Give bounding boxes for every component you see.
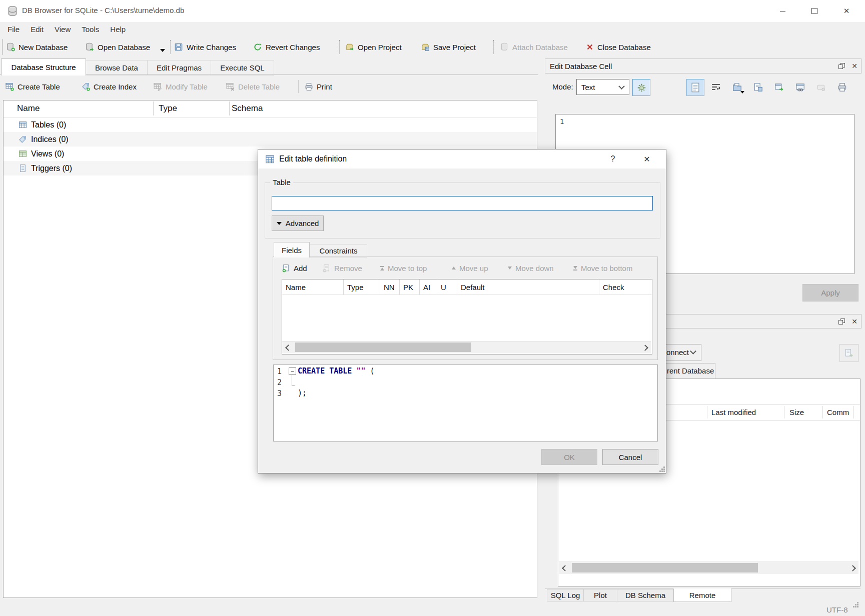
col-name[interactable]: Name: [282, 280, 344, 294]
save-project-button[interactable]: Save Project: [421, 38, 476, 56]
col-type[interactable]: Type: [344, 280, 380, 294]
revert-changes-button[interactable]: Revert Changes: [253, 38, 320, 56]
tab-execute-sql[interactable]: Execute SQL: [211, 60, 274, 76]
remote-list-hscrollbar[interactable]: [559, 562, 858, 574]
new-database-button[interactable]: New Database: [6, 38, 68, 56]
tab-remote[interactable]: Remote: [673, 588, 731, 602]
print-icon: [837, 82, 847, 92]
open-project-button[interactable]: Open Project: [345, 38, 402, 56]
fold-marker[interactable]: −: [289, 368, 296, 375]
write-changes-icon: [174, 42, 183, 52]
column-size[interactable]: Size: [789, 408, 804, 416]
col-pk[interactable]: PK: [400, 280, 420, 294]
print-button[interactable]: Print: [305, 78, 332, 94]
add-field-button[interactable]: Add: [282, 260, 307, 276]
fields-hscrollbar[interactable]: [282, 341, 651, 354]
close-panel-button[interactable]: ✕: [848, 60, 861, 72]
move-to-bottom-icon: [573, 266, 577, 270]
dialog-resize-grip[interactable]: [659, 466, 665, 472]
tree-item-indices[interactable]: Indices (0): [4, 132, 537, 146]
toolbar-handle[interactable]: [2, 40, 3, 54]
menu-file[interactable]: File: [2, 22, 25, 36]
tab-plot[interactable]: Plot: [583, 589, 617, 602]
open-database-button[interactable]: Open Database: [85, 38, 150, 56]
remove-field-button: Remove: [322, 260, 362, 276]
create-index-button[interactable]: Create Index: [82, 78, 137, 94]
tab-browse-data[interactable]: Browse Data: [86, 60, 148, 76]
print-cell-button[interactable]: [833, 79, 850, 95]
tab-db-schema[interactable]: DB Schema: [617, 589, 674, 602]
col-default[interactable]: Default: [457, 280, 599, 294]
close-database-button[interactable]: Close Database: [586, 38, 651, 56]
tab-constraints[interactable]: Constraints: [310, 244, 367, 258]
col-ai[interactable]: AI: [420, 280, 437, 294]
mode-combobox[interactable]: Text: [576, 79, 629, 95]
col-nn[interactable]: NN: [380, 280, 400, 294]
create-table-button[interactable]: Create Table: [6, 78, 60, 94]
export-file-button[interactable]: [749, 79, 766, 95]
close-panel-button[interactable]: ✕: [848, 316, 861, 327]
tree-item-tables[interactable]: Tables (0): [4, 118, 537, 132]
close-icon: ✕: [843, 6, 850, 16]
menu-view[interactable]: View: [49, 22, 76, 36]
scrollbar-thumb[interactable]: [572, 563, 758, 572]
close-icon: ✕: [851, 62, 857, 70]
table-group-label: Table: [270, 178, 293, 186]
write-changes-button[interactable]: Write Changes: [174, 38, 236, 56]
edit-table-definition-dialog: Edit table definition ? ✕ Table Advanced…: [258, 149, 666, 474]
import-file-button[interactable]: [728, 79, 745, 95]
tree-column-schema[interactable]: Schema: [232, 104, 263, 114]
tab-database-structure[interactable]: Database Structure: [1, 58, 86, 76]
apply-cell-button: Apply: [802, 284, 858, 302]
dialog-help-button[interactable]: ?: [605, 152, 620, 166]
word-wrap-button[interactable]: [707, 79, 724, 95]
tab-edit-pragmas[interactable]: Edit Pragmas: [147, 60, 211, 76]
tree-column-name[interactable]: Name: [17, 104, 40, 114]
link-data-button[interactable]: [791, 79, 808, 95]
float-panel-button[interactable]: [835, 60, 848, 72]
menu-tools[interactable]: Tools: [76, 22, 105, 36]
open-external-button[interactable]: [770, 79, 787, 95]
float-icon: [838, 318, 845, 324]
column-commit[interactable]: Comm: [827, 408, 849, 416]
app-window: DB Browser for SQLite - C:\Users\turne\d…: [0, 0, 865, 616]
scroll-left-arrow[interactable]: [283, 342, 293, 354]
resize-grip[interactable]: [852, 602, 858, 608]
column-last-modified[interactable]: Last modified: [711, 408, 756, 416]
tab-fields[interactable]: Fields: [274, 242, 310, 258]
minimize-button[interactable]: [766, 0, 798, 22]
cancel-button[interactable]: Cancel: [602, 449, 658, 465]
open-database-dropdown[interactable]: [160, 49, 165, 52]
text-view-button[interactable]: [686, 79, 704, 96]
tab-sql-log[interactable]: SQL Log: [547, 589, 584, 602]
dialog-close-button[interactable]: ✕: [638, 152, 655, 166]
dialog-titlebar[interactable]: Edit table definition ? ✕: [258, 150, 666, 168]
encoding-indic[interactable]: UTF-8: [826, 606, 848, 614]
views-icon: [19, 150, 27, 158]
tree-column-type[interactable]: Type: [159, 104, 177, 114]
move-down-icon: [508, 266, 512, 270]
import-dropdown-caret: [740, 91, 744, 94]
modify-table-button: Modify Table: [154, 78, 208, 94]
scroll-right-arrow[interactable]: [847, 562, 857, 574]
col-u[interactable]: U: [437, 280, 457, 294]
auto-mode-button[interactable]: [632, 79, 650, 96]
table-name-input[interactable]: [272, 196, 653, 210]
window-title: DB Browser for SQLite - C:\Users\turne\d…: [22, 6, 184, 14]
scroll-right-arrow[interactable]: [640, 342, 650, 354]
float-panel-button[interactable]: [835, 316, 848, 327]
status-bar: UTF-8: [0, 601, 865, 616]
advanced-button[interactable]: Advanced: [272, 216, 324, 231]
close-window-button[interactable]: ✕: [830, 0, 862, 22]
save-project-icon: [421, 42, 430, 52]
menu-help[interactable]: Help: [105, 22, 131, 36]
set-null-button: [812, 79, 829, 95]
indices-icon: [19, 135, 27, 144]
scrollbar-thumb[interactable]: [295, 342, 471, 352]
ok-button: OK: [541, 449, 597, 465]
scroll-left-arrow[interactable]: [560, 562, 570, 574]
menu-edit[interactable]: Edit: [25, 22, 49, 36]
col-check[interactable]: Check: [599, 280, 652, 294]
maximize-button[interactable]: [798, 0, 830, 22]
move-down-button: Move down: [508, 260, 554, 276]
